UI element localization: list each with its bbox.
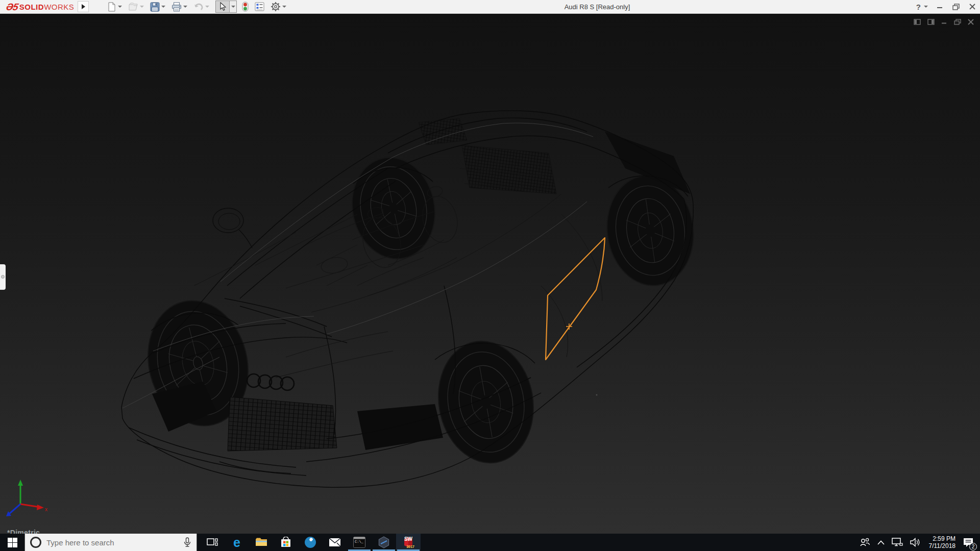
doc-minimize-button[interactable] (941, 19, 947, 25)
print-icon (172, 2, 182, 12)
taskbar-clock[interactable]: 2:59 PM 7/11/2018 (925, 535, 960, 549)
clock-date: 7/11/2018 (929, 542, 956, 549)
volume-button[interactable] (906, 534, 925, 551)
doc-restore-button[interactable] (954, 19, 961, 25)
tools-app-button[interactable] (298, 534, 323, 551)
logo-text-light: WORKS (44, 3, 74, 11)
minimize-button[interactable] (935, 2, 944, 12)
show-pane-left-button[interactable] (914, 19, 921, 25)
save-button[interactable] (149, 1, 166, 13)
rebuild-button[interactable] (241, 1, 250, 13)
taskbar-apps: e (200, 534, 421, 551)
hidden-icons-button[interactable] (874, 534, 888, 551)
microphone-icon[interactable] (183, 537, 191, 547)
restore-icon (952, 4, 960, 10)
solidworks-logo: Ə5 SOLID WORKS (6, 2, 74, 12)
network-ethernet-icon (892, 538, 903, 547)
new-document-dropdown[interactable] (118, 6, 122, 8)
doc-restore-icon (954, 19, 961, 25)
save-dropdown[interactable] (161, 6, 165, 8)
microsoft-store-button[interactable] (274, 534, 298, 551)
audi-rings (247, 374, 294, 390)
quick-access-toolbar (102, 0, 287, 13)
minimize-icon (937, 4, 943, 10)
menu-expand-button[interactable] (78, 1, 89, 12)
microsoft-store-icon (280, 537, 291, 548)
graphics-viewport[interactable]: x *Dimetric (0, 14, 980, 534)
action-center-button[interactable]: 2 (960, 534, 980, 551)
task-view-icon (207, 537, 218, 547)
window-title: Audi R8 S [Read-only] (521, 3, 674, 11)
solidworks-2017-button[interactable]: SW 2017 (396, 534, 421, 551)
grille-mesh (228, 397, 337, 451)
close-button[interactable] (968, 2, 977, 12)
restore-button[interactable] (951, 2, 961, 12)
pane-left-icon (914, 19, 921, 25)
wrench-circle-icon (304, 536, 316, 548)
help-dropdown[interactable] (924, 6, 928, 8)
edge-button[interactable]: e (225, 534, 249, 551)
save-floppy-icon (150, 2, 160, 12)
hexagon-app-button[interactable] (372, 534, 396, 551)
sw-letters: SW (402, 537, 414, 541)
people-button[interactable] (855, 534, 874, 551)
doc-close-button[interactable] (968, 19, 974, 25)
document-window-controls (914, 19, 974, 25)
help-button[interactable]: ? (916, 3, 921, 11)
pane-right-icon (927, 19, 935, 25)
file-properties-button[interactable] (254, 1, 265, 13)
hexagon-app-icon (378, 536, 390, 548)
print-dropdown[interactable] (183, 6, 187, 8)
task-view-button[interactable] (200, 534, 225, 551)
start-button[interactable] (0, 534, 24, 551)
close-icon (969, 4, 975, 10)
select-tool-group (215, 1, 237, 13)
mail-icon (329, 538, 341, 547)
undo-button[interactable] (192, 1, 210, 13)
new-document-icon (107, 2, 116, 12)
flyout-arrow-icon (1, 275, 5, 279)
logo-text-bold: SOLID (19, 3, 44, 11)
taskbar: e (0, 534, 980, 551)
options-button[interactable] (270, 1, 287, 13)
file-explorer-button[interactable] (249, 534, 274, 551)
stray-vertex-dot (596, 394, 598, 396)
clock-time: 2:59 PM (929, 535, 956, 542)
taskbar-search[interactable] (24, 534, 197, 551)
cortana-icon[interactable] (30, 537, 41, 548)
file-explorer-icon (255, 537, 267, 547)
new-document-button[interactable] (106, 1, 123, 13)
edge-icon: e (233, 537, 240, 548)
show-pane-right-button[interactable] (927, 19, 935, 25)
car-wireframe-model[interactable]: x (0, 14, 980, 534)
select-cursor-icon (219, 2, 227, 11)
command-prompt-button[interactable]: C:\_ (347, 534, 372, 551)
titlebar-controls: ? (916, 0, 977, 13)
select-tool-button[interactable] (216, 1, 229, 12)
open-folder-icon (128, 2, 138, 11)
open-dropdown[interactable] (140, 6, 144, 8)
speaker-icon (910, 538, 921, 547)
triad-x-label: x (45, 507, 47, 512)
sw-year: 2017 (406, 545, 414, 548)
select-tool-dropdown[interactable] (229, 1, 236, 12)
options-dropdown[interactable] (282, 6, 286, 8)
network-button[interactable] (888, 534, 906, 551)
side-mirror[interactable] (213, 208, 252, 248)
file-properties-icon (255, 2, 264, 11)
open-button[interactable] (127, 1, 145, 13)
undo-dropdown[interactable] (205, 6, 209, 8)
chevron-up-icon (877, 540, 885, 545)
wheel-rear-left[interactable] (343, 150, 444, 267)
featuremanager-flyout-tab[interactable] (0, 264, 6, 290)
ds-logo-glyph: Ə5 (5, 2, 19, 13)
print-button[interactable] (170, 1, 188, 13)
system-tray: 2:59 PM 7/11/2018 2 (855, 534, 980, 551)
mail-button[interactable] (323, 534, 347, 551)
doc-minimize-icon (941, 19, 947, 25)
selected-surface[interactable] (546, 238, 605, 360)
select-caret-icon (231, 6, 235, 8)
search-input[interactable] (41, 538, 183, 547)
wheel-front-right[interactable] (429, 334, 543, 470)
notification-badge: 2 (969, 543, 977, 550)
